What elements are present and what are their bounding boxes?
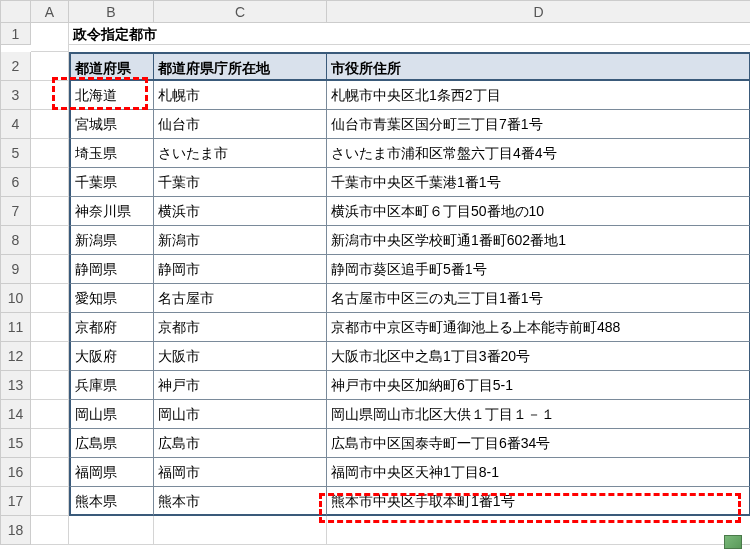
spreadsheet-grid[interactable]: ABCD1政令指定都市2都道府県都道府県庁所在地市役所住所3北海道札幌市札幌市中… (0, 0, 750, 545)
row-header-7[interactable]: 7 (1, 197, 31, 226)
cell-address-11[interactable]: 京都市中京区寺町通御池上る上本能寺前町488 (327, 313, 750, 342)
cell-address-9[interactable]: 静岡市葵区追手町5番1号 (327, 255, 750, 284)
row-header-18[interactable]: 18 (1, 516, 31, 545)
cell-address-8[interactable]: 新潟市中央区学校町通1番町602番地1 (327, 226, 750, 255)
cell-address-7[interactable]: 横浜市中区本町６丁目50番地の10 (327, 197, 750, 226)
cell-city-17[interactable]: 熊本市 (154, 487, 327, 516)
cell-C18[interactable] (154, 516, 327, 545)
cell-city-6[interactable]: 千葉市 (154, 168, 327, 197)
corner-cell (1, 1, 31, 23)
cell-city-12[interactable]: 大阪市 (154, 342, 327, 371)
cell-B18[interactable] (69, 516, 154, 545)
cell-A17[interactable] (31, 487, 69, 516)
cell-address-16[interactable]: 福岡市中央区天神1丁目8-1 (327, 458, 750, 487)
cell-A12[interactable] (31, 342, 69, 371)
cell-address-4[interactable]: 仙台市青葉区国分町三丁目7番1号 (327, 110, 750, 139)
cell-A1[interactable] (31, 23, 69, 52)
cell-prefecture-10[interactable]: 愛知県 (69, 284, 154, 313)
cell-A11[interactable] (31, 313, 69, 342)
cell-prefecture-11[interactable]: 京都府 (69, 313, 154, 342)
col-header-C[interactable]: C (154, 1, 327, 23)
cell-prefecture-7[interactable]: 神奈川県 (69, 197, 154, 226)
cell-A18[interactable] (31, 516, 69, 545)
row-header-13[interactable]: 13 (1, 371, 31, 400)
cell-prefecture-17[interactable]: 熊本県 (69, 487, 154, 516)
cell-A8[interactable] (31, 226, 69, 255)
row-header-15[interactable]: 15 (1, 429, 31, 458)
cell-A6[interactable] (31, 168, 69, 197)
cell-A7[interactable] (31, 197, 69, 226)
cell-D18[interactable] (327, 516, 750, 545)
cell-city-4[interactable]: 仙台市 (154, 110, 327, 139)
cell-A5[interactable] (31, 139, 69, 168)
cell-prefecture-16[interactable]: 福岡県 (69, 458, 154, 487)
cell-address-13[interactable]: 神戸市中央区加納町6丁目5-1 (327, 371, 750, 400)
cell-address-12[interactable]: 大阪市北区中之島1丁目3番20号 (327, 342, 750, 371)
header-capital[interactable]: 都道府県庁所在地 (154, 52, 327, 81)
cell-prefecture-14[interactable]: 岡山県 (69, 400, 154, 429)
row-header-9[interactable]: 9 (1, 255, 31, 284)
cell-address-6[interactable]: 千葉市中央区千葉港1番1号 (327, 168, 750, 197)
cell-city-16[interactable]: 福岡市 (154, 458, 327, 487)
cell-city-8[interactable]: 新潟市 (154, 226, 327, 255)
row-header-8[interactable]: 8 (1, 226, 31, 255)
cell-A2[interactable] (31, 52, 69, 81)
cell-city-13[interactable]: 神戸市 (154, 371, 327, 400)
cell-address-14[interactable]: 岡山県岡山市北区大供１丁目１－１ (327, 400, 750, 429)
cell-prefecture-12[interactable]: 大阪府 (69, 342, 154, 371)
cell-A16[interactable] (31, 458, 69, 487)
cell-prefecture-15[interactable]: 広島県 (69, 429, 154, 458)
cell-A10[interactable] (31, 284, 69, 313)
cell-A4[interactable] (31, 110, 69, 139)
header-prefecture[interactable]: 都道府県 (69, 52, 154, 81)
row-header-14[interactable]: 14 (1, 400, 31, 429)
cell-A9[interactable] (31, 255, 69, 284)
row-header-5[interactable]: 5 (1, 139, 31, 168)
cell-prefecture-3[interactable]: 北海道 (69, 81, 154, 110)
cell-A13[interactable] (31, 371, 69, 400)
cell-prefecture-9[interactable]: 静岡県 (69, 255, 154, 284)
row-header-16[interactable]: 16 (1, 458, 31, 487)
cell-prefecture-5[interactable]: 埼玉県 (69, 139, 154, 168)
row-header-10[interactable]: 10 (1, 284, 31, 313)
cell-prefecture-6[interactable]: 千葉県 (69, 168, 154, 197)
cell-address-5[interactable]: さいたま市浦和区常盤六丁目4番4号 (327, 139, 750, 168)
cell-city-10[interactable]: 名古屋市 (154, 284, 327, 313)
row-header-1[interactable]: 1 (1, 23, 31, 45)
cell-city-5[interactable]: さいたま市 (154, 139, 327, 168)
row-header-4[interactable]: 4 (1, 110, 31, 139)
row-header-2[interactable]: 2 (1, 52, 31, 81)
cell-prefecture-4[interactable]: 宮城県 (69, 110, 154, 139)
cell-city-3[interactable]: 札幌市 (154, 81, 327, 110)
row-header-3[interactable]: 3 (1, 81, 31, 110)
cell-A14[interactable] (31, 400, 69, 429)
cell-city-11[interactable]: 京都市 (154, 313, 327, 342)
cell-city-7[interactable]: 横浜市 (154, 197, 327, 226)
header-address[interactable]: 市役所住所 (327, 52, 750, 81)
cell-city-14[interactable]: 岡山市 (154, 400, 327, 429)
cell-address-3[interactable]: 札幌市中央区北1条西2丁目 (327, 81, 750, 110)
cell-address-17[interactable]: 熊本市中央区手取本町1番1号 (327, 487, 750, 516)
cell-A15[interactable] (31, 429, 69, 458)
row-header-6[interactable]: 6 (1, 168, 31, 197)
col-header-D[interactable]: D (327, 1, 750, 23)
row-header-17[interactable]: 17 (1, 487, 31, 516)
cell-address-10[interactable]: 名古屋市中区三の丸三丁目1番1号 (327, 284, 750, 313)
row-header-12[interactable]: 12 (1, 342, 31, 371)
cell-A3[interactable] (31, 81, 69, 110)
cell-prefecture-8[interactable]: 新潟県 (69, 226, 154, 255)
row-header-11[interactable]: 11 (1, 313, 31, 342)
cell-prefecture-13[interactable]: 兵庫県 (69, 371, 154, 400)
cell-address-15[interactable]: 広島市中区国泰寺町一丁目6番34号 (327, 429, 750, 458)
col-header-A[interactable]: A (31, 1, 69, 23)
cell-city-9[interactable]: 静岡市 (154, 255, 327, 284)
col-header-B[interactable]: B (69, 1, 154, 23)
cell-city-15[interactable]: 広島市 (154, 429, 327, 458)
title-cell[interactable]: 政令指定都市 (69, 23, 750, 45)
status-indicator (724, 535, 742, 549)
